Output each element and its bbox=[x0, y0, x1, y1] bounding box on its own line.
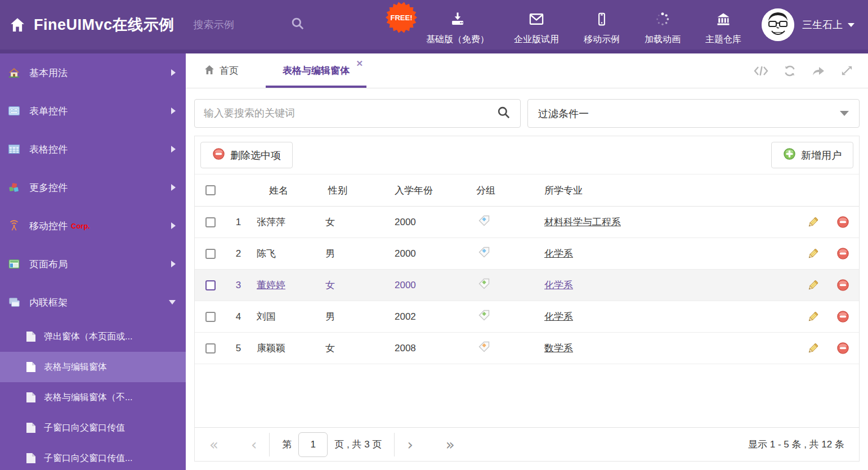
table-row[interactable]: 1 张萍萍 女 2000 材料科学与工程系 bbox=[195, 207, 859, 238]
first-page-button[interactable]: « bbox=[209, 437, 218, 452]
home-logo-icon[interactable] bbox=[9, 16, 26, 33]
sidebar-subitem-grid-edit-window[interactable]: 表格与编辑窗体 bbox=[0, 352, 186, 382]
prev-page-button[interactable]: ‹ bbox=[251, 437, 257, 452]
next-page-button[interactable]: › bbox=[407, 437, 413, 452]
column-header-major[interactable]: 所学专业 bbox=[541, 184, 799, 197]
select-all-checkbox[interactable] bbox=[205, 185, 216, 195]
row-checkbox[interactable] bbox=[205, 343, 216, 353]
sidebar-item-page-layout[interactable]: 页面布局 bbox=[0, 245, 186, 283]
delete-icon[interactable] bbox=[827, 247, 859, 260]
keyword-search-input[interactable] bbox=[204, 108, 496, 119]
tab-bar: 首页 表格与编辑窗体 ✕ bbox=[186, 53, 868, 88]
last-page-button[interactable]: » bbox=[446, 437, 455, 452]
edit-icon[interactable] bbox=[799, 279, 827, 292]
header-search-placeholder[interactable]: 搜索示例 bbox=[194, 18, 234, 32]
major-link[interactable]: 化学系 bbox=[544, 311, 573, 322]
user-name: 三生石上 bbox=[802, 18, 843, 32]
nav-basic-free[interactable]: 基础版（免费） bbox=[426, 11, 489, 46]
keyword-search-box[interactable] bbox=[194, 99, 521, 128]
row-checkbox[interactable] bbox=[205, 280, 216, 290]
avatar[interactable] bbox=[762, 8, 794, 41]
sidebar-subitem-child-to-parent[interactable]: 子窗口向父窗口传值 bbox=[0, 413, 186, 443]
delete-selected-button[interactable]: 删除选中项 bbox=[200, 142, 293, 168]
mobile-icon bbox=[594, 11, 609, 29]
delete-icon[interactable] bbox=[827, 310, 859, 323]
row-checkbox[interactable] bbox=[205, 312, 216, 322]
major-link[interactable]: 化学系 bbox=[544, 248, 573, 259]
table-row[interactable]: 5 康颖颖 女 2008 数学系 bbox=[195, 333, 859, 364]
edit-icon[interactable] bbox=[799, 247, 827, 261]
sidebar-subitem-child-to-parent-2[interactable]: 子窗口向父窗口传值... bbox=[0, 443, 186, 470]
tab-home[interactable]: 首页 bbox=[196, 53, 247, 88]
maximize-icon[interactable] bbox=[840, 64, 853, 77]
page-number-input[interactable] bbox=[298, 432, 328, 457]
cell-major: 化学系 bbox=[541, 310, 799, 323]
major-link[interactable]: 化学系 bbox=[544, 280, 573, 290]
tag-icon bbox=[473, 214, 541, 230]
nav-enterprise-trial[interactable]: 企业版试用 bbox=[514, 11, 559, 46]
file-icon bbox=[26, 422, 36, 433]
home-icon bbox=[204, 64, 215, 78]
sidebar-item-basic-usage[interactable]: 基本用法 bbox=[0, 53, 186, 92]
header-nav: 基础版（免费） 企业版试用 移动示例 加载动画 主题仓库 bbox=[426, 5, 741, 46]
column-header-group[interactable]: 分组 bbox=[473, 184, 541, 197]
search-icon[interactable] bbox=[290, 16, 305, 33]
tab-grid-edit-window[interactable]: 表格与编辑窗体 ✕ bbox=[266, 53, 366, 88]
table-row[interactable]: 4 刘国 男 2002 化学系 bbox=[195, 301, 859, 333]
row-number: 4 bbox=[226, 311, 251, 323]
cell-year: 2000 bbox=[386, 248, 473, 259]
row-checkbox[interactable] bbox=[205, 217, 216, 227]
home-icon bbox=[8, 66, 20, 79]
row-number: 2 bbox=[226, 248, 251, 259]
table-row[interactable]: 3 董婷婷 女 2000 化学系 bbox=[195, 270, 859, 301]
edit-icon[interactable] bbox=[799, 216, 827, 229]
share-arrow-icon[interactable] bbox=[811, 65, 826, 77]
sidebar-item-form-controls[interactable]: 表单控件 bbox=[0, 92, 186, 130]
nav-mobile-demo[interactable]: 移动示例 bbox=[584, 11, 620, 46]
pagination-bar: « ‹ 第 页 , 共 3 页 › » 显示 1 - 5 条 , 共 12 条 bbox=[195, 427, 859, 461]
sidebar-subitem-grid-edit-window-2[interactable]: 表格与编辑窗体（不... bbox=[0, 382, 186, 413]
grid-toolbar: 删除选中项 新增用户 bbox=[195, 136, 859, 174]
sidebar-subitem-popup-window[interactable]: 弹出窗体（本页面或... bbox=[0, 321, 186, 352]
user-menu[interactable]: 三生石上 bbox=[762, 8, 854, 41]
file-icon bbox=[26, 361, 36, 373]
chevron-right-icon bbox=[171, 69, 176, 76]
file-icon bbox=[26, 392, 36, 403]
edit-icon[interactable] bbox=[799, 342, 827, 355]
table-icon bbox=[8, 143, 20, 155]
row-number: 5 bbox=[226, 343, 251, 354]
tag-icon bbox=[473, 308, 541, 325]
table-row[interactable]: 2 陈飞 男 2000 化学系 bbox=[195, 238, 859, 270]
filter-row: 过滤条件一 bbox=[194, 99, 860, 128]
row-number: 1 bbox=[226, 217, 251, 228]
header-search[interactable]: 搜索示例 bbox=[194, 16, 305, 33]
table-body: 1 张萍萍 女 2000 材料科学与工程系 bbox=[195, 207, 859, 364]
sidebar-item-inline-frames[interactable]: 内联框架 bbox=[0, 283, 186, 321]
column-header-year[interactable]: 入学年份 bbox=[386, 184, 473, 197]
major-link[interactable]: 材料科学与工程系 bbox=[544, 217, 621, 227]
delete-icon[interactable] bbox=[827, 342, 859, 355]
nav-loading-animation[interactable]: 加载动画 bbox=[645, 11, 681, 46]
column-header-gender[interactable]: 性别 bbox=[321, 184, 386, 197]
delete-icon[interactable] bbox=[827, 216, 859, 229]
major-link[interactable]: 数学系 bbox=[544, 343, 573, 353]
edit-icon[interactable] bbox=[799, 310, 827, 324]
sidebar-item-more-controls[interactable]: 更多控件 bbox=[0, 168, 186, 207]
add-user-button[interactable]: 新增用户 bbox=[771, 142, 853, 168]
plus-circle-icon bbox=[783, 147, 796, 163]
filter-select[interactable]: 过滤条件一 bbox=[527, 99, 860, 128]
refresh-icon[interactable] bbox=[783, 64, 797, 78]
sidebar-item-mobile-controls[interactable]: 移动控件 Corp. bbox=[0, 207, 186, 245]
close-icon[interactable]: ✕ bbox=[356, 59, 363, 68]
search-icon[interactable] bbox=[496, 105, 511, 122]
row-checkbox[interactable] bbox=[205, 249, 216, 259]
cell-gender: 男 bbox=[321, 247, 386, 260]
column-header-name[interactable]: 姓名 bbox=[251, 184, 321, 197]
record-summary: 显示 1 - 5 条 , 共 12 条 bbox=[748, 438, 844, 451]
sidebar-item-table-controls[interactable]: 表格控件 bbox=[0, 130, 186, 168]
delete-icon[interactable] bbox=[827, 279, 859, 292]
cell-year: 2000 bbox=[386, 217, 473, 228]
source-code-icon[interactable] bbox=[754, 65, 768, 77]
nav-theme-store[interactable]: 主题仓库 bbox=[705, 11, 741, 46]
chevron-right-icon bbox=[171, 108, 176, 114]
